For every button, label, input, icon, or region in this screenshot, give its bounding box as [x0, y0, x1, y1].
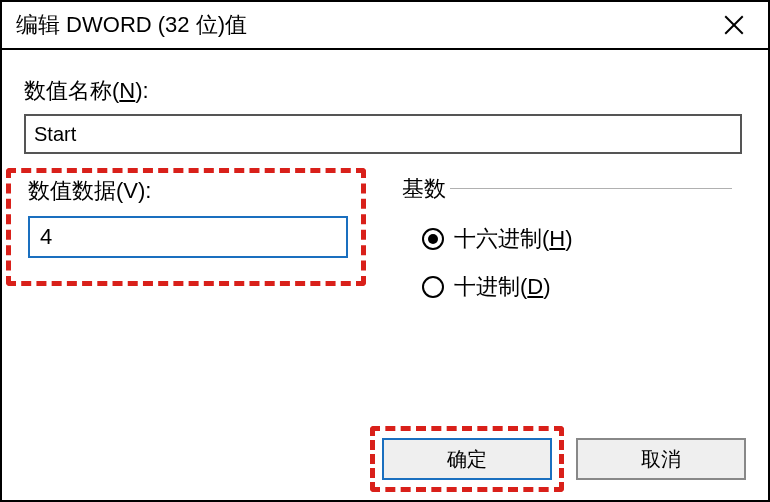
- radio-icon: [422, 228, 444, 250]
- value-data-label: 数值数据(V):: [28, 176, 348, 206]
- radio-icon: [422, 276, 444, 298]
- value-name-input[interactable]: [24, 114, 742, 154]
- base-legend: 基数: [402, 174, 450, 204]
- button-row: 确定 取消: [382, 438, 746, 480]
- value-data-section: 数值数据(V):: [24, 164, 362, 320]
- value-name-label: 数值名称(N):: [24, 76, 746, 106]
- cancel-button[interactable]: 取消: [576, 438, 746, 480]
- radio-hex[interactable]: 十六进制(H): [422, 224, 732, 254]
- radio-hex-label: 十六进制(H): [454, 224, 573, 254]
- window-title: 编辑 DWORD (32 位)值: [16, 10, 247, 40]
- radio-dec[interactable]: 十进制(D): [422, 272, 732, 302]
- dialog-body: 数值名称(N): 数值数据(V): 基数 十六进制(H): [2, 50, 768, 500]
- radio-dec-label: 十进制(D): [454, 272, 551, 302]
- dialog-window: 编辑 DWORD (32 位)值 数值名称(N): 数值数据(V): 基数: [0, 0, 770, 502]
- value-data-input[interactable]: [28, 216, 348, 258]
- base-fieldset: 基数 十六进制(H) 十进制(D): [402, 164, 732, 320]
- titlebar: 编辑 DWORD (32 位)值: [2, 2, 768, 50]
- close-icon: [724, 15, 744, 35]
- close-button[interactable]: [714, 5, 754, 45]
- ok-button[interactable]: 确定: [382, 438, 552, 480]
